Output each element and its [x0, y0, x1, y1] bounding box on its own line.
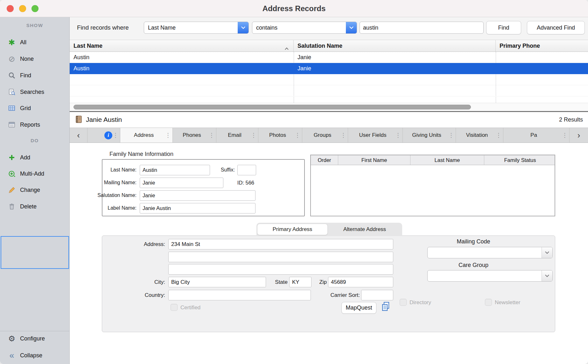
sidebar-item-find[interactable]: Find [0, 68, 69, 82]
sidebar-item-grid[interactable]: Grid [0, 101, 69, 115]
tab-options-icon[interactable]: ⋮ [395, 132, 401, 139]
tab-pa-truncated[interactable]: Pa ⋮ [503, 128, 570, 143]
find-field-value: Last Name [144, 24, 238, 31]
tab-options-icon[interactable]: ⋮ [112, 132, 119, 139]
title-bar: Address Records [0, 0, 588, 17]
tab-options-icon[interactable]: ⋮ [340, 132, 346, 139]
last-name-input[interactable] [140, 165, 210, 175]
zip-input[interactable] [328, 277, 393, 287]
tab-options-icon[interactable]: ⋮ [165, 132, 171, 139]
newsletter-checkbox[interactable] [485, 299, 492, 306]
sidebar-item-label: Reports [20, 122, 40, 128]
members-column-order[interactable]: Order [311, 155, 338, 165]
find-field-select[interactable]: Last Name [144, 22, 249, 34]
country-input[interactable] [168, 290, 311, 300]
column-header-label: Last Name [74, 43, 102, 49]
tab-alternate-address[interactable]: Alternate Address [328, 224, 402, 235]
tab-groups[interactable]: Groups ⋮ [302, 128, 348, 143]
sidebar-item-add[interactable]: Add [0, 150, 69, 164]
directory-label: Directory [410, 299, 431, 306]
tab-address[interactable]: Address ⋮ [120, 128, 173, 143]
advanced-find-button[interactable]: Advanced Find [527, 21, 585, 34]
tab-primary-address[interactable]: Primary Address [257, 224, 328, 235]
tab-phones[interactable]: Phones ⋮ [173, 128, 216, 143]
address-line1-input[interactable] [168, 239, 393, 249]
tab-label: Photos [258, 132, 294, 138]
searches-icon [8, 88, 16, 96]
sidebar-item-all[interactable]: ✱ All [0, 35, 69, 49]
tab-user-fields[interactable]: User Fields ⋮ [348, 128, 403, 143]
copy-pages-icon[interactable] [381, 301, 390, 314]
label-name-input[interactable] [140, 203, 256, 214]
tab-email[interactable]: Email ⋮ [216, 128, 258, 143]
grid-icon [8, 104, 16, 112]
sidebar-item-configure[interactable]: ⚙ Configure [0, 332, 69, 346]
address-line2-input[interactable] [168, 252, 393, 262]
members-column-family-status[interactable]: Family Status [484, 155, 556, 165]
tab-giving-units[interactable]: Giving Units ⋮ [403, 128, 456, 143]
mapquest-button[interactable]: MapQuest [341, 302, 376, 314]
gear-icon: ⚙ [8, 334, 16, 343]
suffix-input[interactable] [237, 165, 256, 175]
results-count: 2 Results [559, 116, 583, 123]
certified-checkbox[interactable] [171, 304, 178, 311]
members-column-first-name[interactable]: First Name [338, 155, 410, 165]
salutation-name-input[interactable] [140, 190, 256, 201]
tab-options-icon[interactable]: ⋮ [208, 132, 215, 139]
tab-options-icon[interactable]: ⋮ [562, 132, 568, 139]
mailing-name-input[interactable] [140, 178, 223, 188]
city-input[interactable] [168, 277, 266, 287]
chevron-down-icon [542, 247, 552, 258]
tab-label: Groups [302, 132, 340, 138]
sidebar-item-label: None [20, 56, 34, 62]
column-header-last-name[interactable]: Last Name [70, 40, 294, 52]
tab-options-icon[interactable]: ⋮ [250, 132, 257, 139]
sidebar-item-multi-add[interactable]: Multi-Add [0, 167, 69, 181]
column-header-primary-phone[interactable]: Primary Phone [496, 40, 588, 52]
tab-info[interactable]: i ⋮ [88, 128, 120, 143]
sort-ascending-icon [284, 45, 289, 52]
mailing-name-label: Mailing Name: [104, 180, 136, 186]
column-header-salutation-name[interactable]: Salutation Name [294, 40, 496, 52]
sidebar-show-header: SHOW [0, 23, 69, 28]
results-table-header: Last Name Salutation Name Primary Phone [70, 40, 588, 52]
label-name-label: Label Name: [108, 205, 136, 211]
sidebar-item-delete[interactable]: Delete [0, 200, 69, 214]
horizontal-scrollbar-track[interactable] [70, 103, 588, 111]
family-name-group: Last Name: Suffix: Mailing Name: ID: 566… [102, 159, 305, 216]
table-row-empty [70, 74, 588, 85]
tab-options-icon[interactable]: ⋮ [448, 132, 454, 139]
members-column-last-name[interactable]: Last Name [410, 155, 484, 165]
tab-label: User Fields [348, 132, 395, 138]
address-line3-input[interactable] [168, 264, 393, 275]
cell-primary-phone [496, 63, 588, 74]
sidebar-item-none[interactable]: ⊘ None [0, 52, 69, 66]
sidebar-item-collapse[interactable]: « Collapse [0, 348, 69, 362]
tabs-scroll-left-button[interactable]: ‹ [70, 128, 88, 143]
state-input[interactable] [289, 277, 312, 287]
horizontal-scrollbar-thumb[interactable] [74, 105, 471, 109]
tabs-scroll-right-button[interactable]: › [570, 128, 588, 143]
find-operator-select[interactable]: contains [252, 22, 357, 34]
carrier-sort-input[interactable] [361, 290, 393, 300]
state-label: State [270, 279, 288, 285]
tab-options-icon[interactable]: ⋮ [495, 132, 502, 139]
sidebar-highlight-box [1, 236, 69, 269]
find-button[interactable]: Find [486, 21, 521, 34]
find-query-input[interactable] [360, 22, 484, 34]
sidebar-item-searches[interactable]: Searches [0, 85, 69, 99]
tab-photos[interactable]: Photos ⋮ [258, 128, 302, 143]
table-row-selected[interactable]: Austin Janie [70, 63, 588, 74]
record-tab-bar: ‹ i ⋮ Address ⋮ Phones ⋮ Email ⋮ Photos … [70, 128, 588, 143]
record-name: Janie Austin [86, 116, 122, 123]
table-row[interactable]: Austin Janie [70, 52, 588, 63]
sidebar-item-change[interactable]: Change [0, 183, 69, 197]
care-group-select[interactable] [427, 270, 553, 282]
directory-checkbox[interactable] [400, 299, 407, 306]
tab-options-icon[interactable]: ⋮ [294, 132, 301, 139]
mailing-code-select[interactable] [427, 247, 553, 258]
sidebar-item-reports[interactable]: Reports [0, 118, 69, 132]
column-header-label: Last Name [435, 157, 460, 163]
tab-visitation[interactable]: Visitation ⋮ [456, 128, 503, 143]
column-header-label: Order [318, 157, 331, 163]
